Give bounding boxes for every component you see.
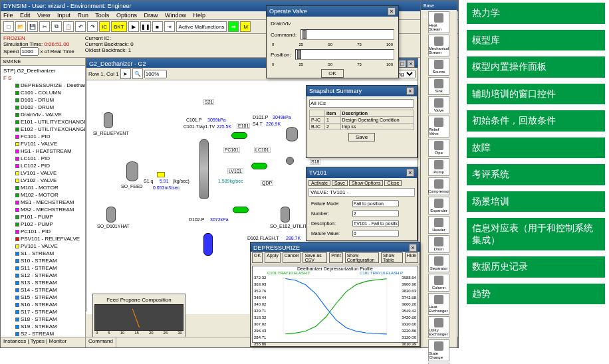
green-button[interactable]: 模型库 — [467, 30, 605, 51]
snap-row[interactable]: P-IC1Design Operating Condition — [310, 117, 414, 124]
menu-options[interactable]: Options — [116, 12, 137, 19]
palette-item[interactable]: Column — [428, 274, 449, 292]
tbtn-undo[interactable]: ↶ — [75, 21, 86, 32]
tree-item[interactable]: S15 - STREAM — [9, 294, 84, 301]
tv101-activate[interactable]: Activate — [308, 180, 330, 186]
tbtn-new[interactable]: □ — [3, 21, 14, 32]
tv101-desc[interactable] — [352, 220, 399, 227]
tree-root[interactable]: STP) G2_Deethanizer — [2, 67, 84, 74]
menu-file[interactable]: File — [3, 12, 13, 19]
tree-item[interactable]: S1 - STREAM — [9, 250, 84, 257]
pump-p101[interactable] — [286, 157, 294, 165]
column-c101[interactable] — [199, 139, 209, 199]
tree-item[interactable]: FC101 - PID — [9, 133, 84, 140]
tbtn-bkt[interactable]: BKT — [111, 21, 127, 32]
tbtn-stop[interactable]: ■ — [152, 21, 163, 32]
tree-item[interactable]: E102 - UTILITYEXCHANGER — [9, 126, 84, 133]
pfd-ptr-icon[interactable]: ➤ — [120, 68, 131, 79]
tbtn-step[interactable]: ⇥ — [164, 21, 175, 32]
tbtn-play[interactable]: ▶ — [128, 21, 139, 32]
palette-item[interactable]: Drum — [428, 235, 449, 253]
palette-item[interactable]: Utility Exchanger — [428, 316, 449, 338]
hx-green[interactable] — [251, 163, 267, 169]
tree-item[interactable]: S16 - STREAM — [9, 301, 84, 308]
tv101-showopt[interactable]: Show Options — [349, 180, 384, 186]
menu-help[interactable]: Help — [193, 12, 205, 19]
snap-save-button[interactable]: Save — [348, 133, 375, 141]
tree-item[interactable]: PV101 - VALVE — [9, 242, 84, 250]
tree-item[interactable]: S13 - STREAM — [9, 279, 84, 286]
tbtn-redo[interactable]: ↷ — [87, 21, 98, 32]
tree-item[interactable]: S11 - STREAM — [9, 264, 84, 272]
tree-item[interactable]: P102 - PUMP — [9, 221, 84, 228]
palette-item[interactable]: Heat Exchanger — [428, 293, 449, 315]
palette-item[interactable]: Pump — [428, 158, 449, 176]
dp-cancel[interactable]: Cancel — [283, 252, 301, 263]
menu-draw[interactable]: Draw — [144, 12, 158, 19]
tree-item[interactable]: S18 - STREAM — [9, 316, 84, 323]
tree-item[interactable]: LC102 - PID — [9, 162, 84, 169]
palette-item[interactable]: Source — [428, 58, 449, 76]
tree-item[interactable]: LV101 - VALVE — [9, 169, 84, 177]
palette-item[interactable]: Valve — [428, 96, 449, 114]
green-button[interactable]: 初始条件，回放条件 — [467, 110, 605, 132]
tree-item[interactable]: D101 - DRUM — [9, 96, 84, 104]
menu-window[interactable]: Window — [165, 12, 186, 19]
green-button[interactable]: 信息对应表（用于和控制系统集成） — [467, 218, 605, 250]
tree-fs[interactable]: F S — [2, 74, 84, 82]
drum-d101[interactable] — [286, 127, 298, 141]
ov-cmd-slider[interactable] — [301, 29, 394, 40]
green-button[interactable]: 故障 — [467, 137, 605, 159]
pfd-close-icon[interactable]: × — [407, 60, 415, 68]
dp-print[interactable]: Print — [329, 252, 342, 263]
palette-item[interactable]: Sink — [428, 77, 449, 95]
green-button[interactable]: 模型内置操作面板 — [467, 56, 605, 78]
tv101-close-icon[interactable]: × — [406, 169, 414, 177]
tree-item[interactable]: P101 - PUMP — [9, 213, 84, 221]
green-button[interactable]: 场景培训 — [467, 191, 605, 213]
vessel-e102util[interactable] — [281, 207, 290, 223]
vessel-d101y[interactable] — [106, 207, 116, 223]
pfd-zoom-icon[interactable]: 🔍 — [132, 68, 143, 79]
tbtn-open[interactable]: 📂 — [15, 21, 26, 32]
ov-pos-slider[interactable] — [295, 49, 394, 60]
tree-item[interactable]: LC101 - PID — [9, 155, 84, 162]
speed-input[interactable] — [20, 47, 39, 56]
tbtn-pause[interactable]: ❚❚ — [140, 21, 151, 32]
tbtn-save[interactable]: 💾 — [27, 21, 38, 32]
ov-ok-button[interactable]: OK — [321, 69, 344, 78]
tbtn-ic[interactable]: IC — [99, 21, 110, 32]
menu-view[interactable]: View — [37, 12, 50, 19]
pfd-zoom-input[interactable] — [144, 70, 167, 78]
tbtn-m[interactable]: M — [240, 21, 251, 32]
tree-item[interactable]: S17 - STREAM — [9, 308, 84, 316]
tv101-close[interactable]: Close — [384, 180, 402, 186]
tree-item[interactable]: M102 - MOTOR — [9, 191, 84, 199]
dp-config[interactable]: Show Configuration — [345, 252, 379, 263]
tbtn-go[interactable]: ➡ — [228, 21, 239, 32]
dp-close-icon[interactable]: × — [409, 244, 417, 252]
tree-item[interactable]: S2 - STREAM — [9, 330, 84, 337]
dp-table[interactable]: Show Table — [381, 252, 403, 263]
tbtn-paste[interactable]: 📋 — [63, 21, 74, 32]
tab-monitor[interactable]: Monitor — [49, 338, 67, 344]
dp-csv[interactable]: Save as CSV — [303, 252, 327, 263]
tree-item[interactable]: M101 - MOTOR — [9, 184, 84, 191]
tv101-mature[interactable] — [352, 230, 399, 237]
dp-apply[interactable]: Apply — [265, 252, 281, 263]
tv101-failmode[interactable] — [352, 200, 399, 207]
snap-filter-input[interactable] — [309, 99, 414, 108]
palette-item[interactable]: Pipe — [428, 139, 449, 157]
valve-fv[interactable] — [157, 172, 165, 177]
green-button[interactable]: 热力学 — [467, 3, 605, 24]
ov-close-icon[interactable]: × — [388, 7, 396, 15]
hx-e102[interactable] — [233, 207, 249, 213]
tv101-save[interactable]: Save — [332, 180, 348, 186]
tree-item[interactable]: DrainVlv - VALVE — [9, 111, 84, 118]
palette-item[interactable]: Header — [428, 216, 449, 234]
dp-hide[interactable]: Hide — [405, 252, 418, 263]
tree-item[interactable]: DEPRESSURIZE - Deethanize — [9, 82, 84, 89]
tree-item[interactable]: S19 - STREAM — [9, 323, 84, 330]
vessel-feed[interactable] — [126, 161, 138, 181]
tab-types[interactable]: Types — [31, 338, 45, 344]
